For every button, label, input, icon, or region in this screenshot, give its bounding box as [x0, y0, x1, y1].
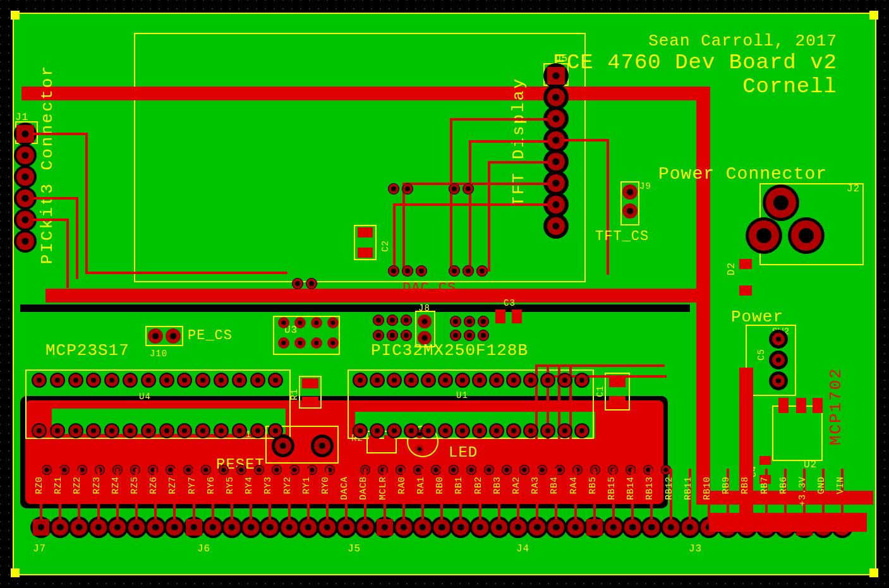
pcb-board[interactable]: Sean Carroll, 2017 ECE 4760 Dev Board v2… [14, 14, 875, 574]
bottom-pin-labels: RZ0RZ1RZ2RZ3RZ4RZ5RZ6RZ7RY7RY6RY5RY4RY3R… [14, 14, 875, 574]
